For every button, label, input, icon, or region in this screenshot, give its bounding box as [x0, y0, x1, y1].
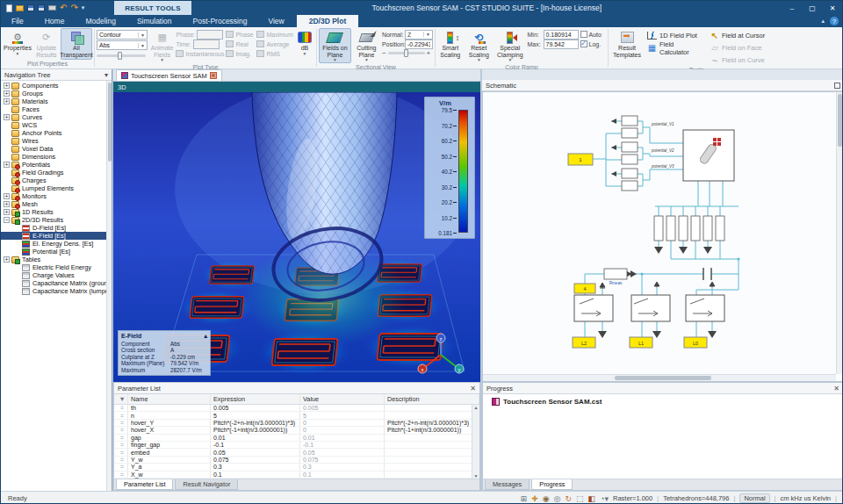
rotate-icon[interactable]: ◉ [543, 494, 550, 503]
tree-expander[interactable]: + [4, 114, 10, 120]
fields-on-plane-button[interactable]: Fields on Plane ▾ [319, 28, 351, 63]
tree-expander[interactable]: + [4, 98, 10, 104]
menu-tab-simulation[interactable]: Simulation [126, 15, 183, 27]
reset-scaling-button[interactable]: Reset Scaling ▾ [465, 28, 494, 63]
close-button[interactable]: ✕ [823, 3, 842, 14]
normal-select[interactable]: Z▼ [405, 30, 433, 40]
param-row-n[interactable]: =n55 [114, 412, 479, 419]
param-row-y-a[interactable]: =Y_a0.30.3 [114, 464, 479, 471]
menu-tab-file[interactable]: File [1, 15, 34, 27]
contour-select[interactable]: Contour▼ [97, 30, 148, 40]
tree-item-curves[interactable]: +Curves [1, 113, 106, 121]
schematic-canvas[interactable]: 1 potential_V1 potential_V2 potential_V3 [482, 91, 843, 382]
minimize-button[interactable]: – [782, 3, 802, 14]
param-expression[interactable]: Pitch*(-1+int(n/3.0000001)) [211, 427, 300, 433]
tree-item-monitors[interactable]: +Monitors [1, 192, 106, 200]
tree-item-wires[interactable]: Wires [1, 137, 106, 145]
maximum-button[interactable]: Maximum [256, 30, 292, 39]
parameter-scrollbar[interactable]: ▲▼ [472, 405, 479, 479]
param-row-th[interactable]: =th0.0050.005 [114, 405, 479, 412]
rms-button[interactable]: RMS [256, 49, 292, 58]
maximize-panel-icon[interactable] [834, 83, 840, 89]
log-checkbox[interactable]: Log. [580, 40, 607, 48]
tree-expander[interactable]: + [4, 90, 10, 97]
pin-icon[interactable]: ▾ [104, 71, 108, 79]
slider-thumb[interactable] [118, 52, 122, 60]
quick-access-dropdown-icon[interactable]: ▾ [82, 4, 85, 11]
animate-fields-button[interactable]: Animate Fields ▾ [150, 28, 175, 63]
db-button[interactable]: dB ▾ [295, 28, 314, 63]
mesh-view-icon[interactable]: ◧ [587, 494, 595, 503]
new-file-icon[interactable] [6, 4, 12, 12]
auto-checkbox[interactable]: Auto [580, 30, 607, 39]
tree-item-wcs[interactable]: WCS [1, 121, 106, 129]
param-row-hover-y[interactable]: =hover_YPitch*(-2+n-int(n/3.000001)*3)0P… [114, 420, 479, 427]
close-panel-icon[interactable]: ✕ [470, 385, 476, 392]
tab-result-navigator[interactable]: Result Navigator [175, 479, 238, 490]
param-expression[interactable]: 0.01 [211, 435, 300, 441]
tree-expander[interactable]: + [4, 201, 10, 207]
schematic-hscrollbar[interactable] [483, 374, 836, 381]
tree-item-tables[interactable]: +Tables [1, 256, 106, 263]
tree-item-capacitance-matrix-grounded[interactable]: Capacitance Matrix (grounded) [1, 279, 106, 287]
redo-icon[interactable]: ↷ [70, 4, 77, 12]
collapse-icon[interactable]: ▴ [204, 333, 207, 340]
status-raster[interactable]: Raster=1.000 [613, 494, 652, 502]
param-expression[interactable]: Pitch*(-2+n-int(n/3.000001)*3) [211, 420, 300, 426]
column-description[interactable]: Description [385, 394, 479, 404]
properties-button[interactable]: Properties ▾ [3, 28, 32, 60]
column-name[interactable]: Name [128, 394, 211, 404]
param-row-gap[interactable]: =gap0.010.01 [114, 435, 479, 442]
param-expression[interactable]: 0.3 [211, 464, 300, 470]
tree-expander[interactable]: + [4, 162, 10, 168]
tab-progress[interactable]: Progress [531, 479, 573, 490]
column-expression[interactable]: Expression [211, 394, 300, 404]
tree-item-field-gradings[interactable]: Field Gradings [1, 169, 106, 176]
field-on-face-button[interactable]: Field on Face [709, 42, 772, 54]
menu-tab-post-processing[interactable]: Post-Processing [183, 15, 258, 27]
tree-item-1d-results[interactable]: +1D Results [1, 208, 106, 216]
menu-tab-modeling[interactable]: Modeling [75, 15, 126, 27]
tree-expander[interactable]: + [4, 209, 10, 215]
tree-item-e-field-es[interactable]: E-Field [Es] [1, 232, 106, 240]
result-templates-button[interactable]: Result Templates [610, 28, 644, 66]
tree-item-anchor-points[interactable]: Anchor Points [1, 129, 106, 137]
tree-expander[interactable]: + [4, 193, 10, 199]
save-all-icon[interactable] [38, 4, 45, 11]
undo-icon[interactable]: ↶ [60, 4, 67, 12]
position-input[interactable] [405, 40, 433, 49]
scrollbar-thumb[interactable] [838, 94, 842, 147]
param-expression[interactable]: 0.05 [211, 449, 300, 455]
menu-tab-home[interactable]: Home [34, 15, 76, 27]
cutting-plane-button[interactable]: Cutting Plane ▾ [353, 28, 380, 63]
param-expression[interactable]: 0.005 [211, 405, 300, 411]
tab-parameter-list[interactable]: Parameter List [116, 479, 173, 490]
tree-item-charge-values[interactable]: Charge Values [1, 271, 106, 279]
max-input[interactable] [544, 40, 579, 49]
real-button[interactable]: Real [226, 40, 255, 48]
3d-viewport[interactable]: V/m 79.570.260.250.240.230.220.210.20.18… [113, 92, 480, 382]
tree-item-faces[interactable]: Faces [1, 105, 106, 113]
all-transparent-button[interactable]: All Transparent [61, 28, 92, 60]
phase-input[interactable] [197, 30, 223, 40]
field-at-cursor-button[interactable]: Field at Cursor [709, 30, 772, 41]
tree-scrollbar[interactable] [106, 81, 112, 491]
param-row-embed[interactable]: =embed0.050.05 [114, 449, 479, 456]
dynamic-zoom-icon[interactable]: ↻ [565, 494, 572, 503]
param-expression[interactable]: 0.075 [211, 457, 300, 463]
column-value[interactable]: Value [300, 394, 385, 404]
param-row-y-w[interactable]: =Y_w0.0750.075 [114, 457, 479, 464]
tree-item-voxel-data[interactable]: Voxel Data [1, 145, 106, 153]
tree-item-components[interactable]: +Components [1, 82, 106, 90]
fit-view-icon[interactable]: ⬚ [576, 494, 584, 503]
schematic-vscrollbar[interactable] [836, 92, 843, 374]
tree-item-groups[interactable]: +Groups [1, 90, 106, 97]
status-view-mode[interactable]: Normal [739, 493, 769, 503]
slider-thumb[interactable] [404, 49, 408, 57]
scrollbar-thumb[interactable] [108, 83, 112, 162]
tree-item-capacitance-matrix-lumped[interactable]: Capacitance Matrix (lumped) [1, 287, 106, 295]
tree-expander[interactable]: + [4, 256, 10, 263]
average-button[interactable]: Average [256, 40, 292, 48]
param-expression[interactable]: 5 [211, 412, 300, 418]
update-results-button[interactable]: Update Results [34, 28, 59, 60]
